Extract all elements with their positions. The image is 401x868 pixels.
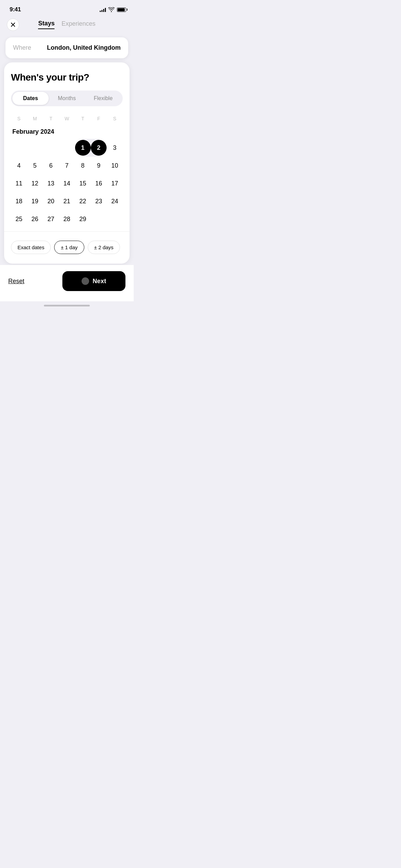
table-row[interactable]: 25 <box>11 210 27 228</box>
cal-day-11[interactable]: 11 <box>11 176 27 191</box>
weekday-mon: M <box>27 114 43 123</box>
cal-day-25[interactable]: 25 <box>11 211 27 227</box>
table-row[interactable]: 20 <box>43 192 59 210</box>
date-option-exact[interactable]: Exact dates <box>11 241 51 254</box>
table-row[interactable]: 28 <box>59 210 75 228</box>
table-row[interactable]: 7 <box>59 157 75 174</box>
seg-dates[interactable]: Dates <box>12 92 49 105</box>
seg-months[interactable]: Months <box>49 92 85 105</box>
table-row <box>43 139 59 157</box>
table-row[interactable]: 27 <box>43 210 59 228</box>
next-button[interactable]: Next <box>62 271 125 291</box>
table-row[interactable]: 17 <box>107 174 123 192</box>
footer: Reset Next <box>0 265 134 301</box>
table-row[interactable]: 29 <box>75 210 91 228</box>
table-row <box>59 139 75 157</box>
table-row[interactable]: 23 <box>91 192 107 210</box>
cal-day-24[interactable]: 24 <box>107 193 123 209</box>
where-bar[interactable]: Where London, United Kingdom <box>5 37 128 58</box>
divider <box>4 231 130 232</box>
cal-day-22[interactable]: 22 <box>75 193 91 209</box>
cal-day-2[interactable]: 2 <box>91 140 107 156</box>
cal-day-19[interactable]: 19 <box>27 193 43 209</box>
reset-button[interactable]: Reset <box>8 278 24 285</box>
table-row[interactable]: 22 <box>75 192 91 210</box>
table-row[interactable]: 11 <box>11 174 27 192</box>
table-row <box>11 139 27 157</box>
weekday-thu: T <box>75 114 91 123</box>
cal-day-3[interactable]: 3 <box>107 140 123 156</box>
battery-icon <box>117 8 126 12</box>
calendar-grid: 1 2 3 4 5 6 7 8 9 10 11 12 13 14 15 16 <box>11 139 123 228</box>
cal-day-26[interactable]: 26 <box>27 211 43 227</box>
main-card: When's your trip? Dates Months Flexible … <box>4 62 130 264</box>
cal-day-27[interactable]: 27 <box>43 211 59 227</box>
table-row[interactable]: 10 <box>107 157 123 174</box>
cal-day-12[interactable]: 12 <box>27 176 43 191</box>
next-dot-icon <box>82 277 89 285</box>
date-option-1day[interactable]: ± 1 day <box>54 241 84 254</box>
cal-day-7[interactable]: 7 <box>59 158 75 173</box>
weekday-headers: S M T W T F S <box>11 114 123 123</box>
cal-day-20[interactable]: 20 <box>43 193 59 209</box>
cal-day-10[interactable]: 10 <box>107 158 123 173</box>
cal-day-28[interactable]: 28 <box>59 211 75 227</box>
table-row[interactable]: 8 <box>75 157 91 174</box>
cal-day-23[interactable]: 23 <box>91 193 107 209</box>
home-bar <box>44 305 90 306</box>
table-row[interactable]: 18 <box>11 192 27 210</box>
table-row[interactable]: 12 <box>27 174 43 192</box>
weekday-tue: T <box>43 114 59 123</box>
weekday-wed: W <box>59 114 75 123</box>
tab-stays[interactable]: Stays <box>38 20 54 29</box>
table-row[interactable]: 2 <box>91 139 107 157</box>
wifi-icon <box>108 8 114 12</box>
table-row <box>27 139 43 157</box>
cal-day-14[interactable]: 14 <box>59 176 75 191</box>
cal-day-9[interactable]: 9 <box>91 158 107 173</box>
where-label: Where <box>13 44 40 51</box>
table-row[interactable]: 1 <box>75 139 91 157</box>
table-row[interactable]: 4 <box>11 157 27 174</box>
cal-day-16[interactable]: 16 <box>91 176 107 191</box>
status-time: 9:41 <box>10 6 21 13</box>
cal-day-1[interactable]: 1 <box>75 140 91 156</box>
close-button[interactable] <box>7 19 19 31</box>
cal-day-17[interactable]: 17 <box>107 176 123 191</box>
table-row[interactable]: 24 <box>107 192 123 210</box>
table-row[interactable]: 9 <box>91 157 107 174</box>
cal-day-5[interactable]: 5 <box>27 158 43 173</box>
seg-flexible[interactable]: Flexible <box>85 92 121 105</box>
cal-day-8[interactable]: 8 <box>75 158 91 173</box>
status-bar: 9:41 <box>0 0 134 17</box>
header-nav: Stays Experiences <box>0 17 134 33</box>
table-row[interactable]: 19 <box>27 192 43 210</box>
tab-experiences[interactable]: Experiences <box>61 20 95 29</box>
date-option-2days[interactable]: ± 2 days <box>88 241 120 254</box>
cal-day-29[interactable]: 29 <box>75 211 91 227</box>
home-indicator <box>0 301 134 309</box>
table-row[interactable]: 15 <box>75 174 91 192</box>
cal-day-21[interactable]: 21 <box>59 193 75 209</box>
cal-day-4[interactable]: 4 <box>11 158 27 173</box>
cal-day-13[interactable]: 13 <box>43 176 59 191</box>
table-row[interactable]: 21 <box>59 192 75 210</box>
date-options: Exact dates ± 1 day ± 2 days ± 3 days <box>11 235 123 257</box>
where-value: London, United Kingdom <box>47 44 121 51</box>
table-row <box>107 210 123 228</box>
table-row[interactable]: 5 <box>27 157 43 174</box>
table-row[interactable]: 3 <box>107 139 123 157</box>
table-row[interactable]: 14 <box>59 174 75 192</box>
table-row[interactable]: 16 <box>91 174 107 192</box>
cal-day-6[interactable]: 6 <box>43 158 59 173</box>
table-row[interactable]: 13 <box>43 174 59 192</box>
calendar: S M T W T F S February 2024 1 2 <box>11 114 123 228</box>
cal-day-15[interactable]: 15 <box>75 176 91 191</box>
table-row[interactable]: 26 <box>27 210 43 228</box>
cal-day-18[interactable]: 18 <box>11 193 27 209</box>
status-icons <box>100 8 126 12</box>
signal-icon <box>100 8 106 12</box>
weekday-sat: S <box>107 114 123 123</box>
weekday-fri: F <box>91 114 107 123</box>
table-row[interactable]: 6 <box>43 157 59 174</box>
